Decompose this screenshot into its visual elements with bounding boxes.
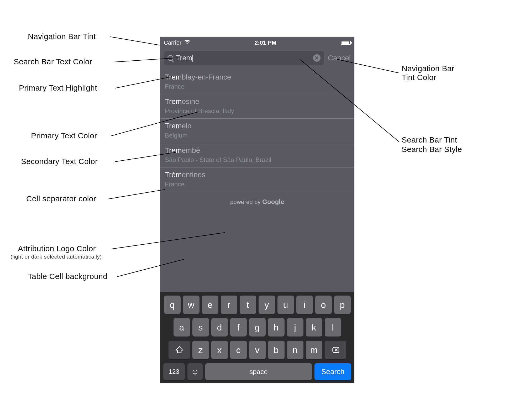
- list-item[interactable]: Tremembé São Paulo - State of São Paulo,…: [160, 143, 354, 167]
- wifi-icon: [184, 39, 190, 46]
- key-o[interactable]: o: [315, 296, 332, 314]
- primary-highlight: Trem: [165, 122, 182, 130]
- key-row: a s d f g h j k l: [162, 318, 352, 337]
- navigation-bar: Trem ✕ Cancel: [160, 49, 354, 70]
- primary-highlight: Trem: [165, 146, 182, 154]
- key-i[interactable]: i: [296, 296, 313, 314]
- list-item[interactable]: Tremosine Province of Brescia, Italy: [160, 94, 354, 119]
- list-item[interactable]: Tremelo Belgium: [160, 119, 354, 143]
- label-attribution-logo-color: Attribution Logo Color: [18, 244, 96, 253]
- shift-key[interactable]: [169, 341, 190, 359]
- label-nav-bar-tint: Navigation Bar Tint: [28, 32, 96, 41]
- list-item[interactable]: Trémentines France: [160, 167, 354, 192]
- label-search-bar-tint: Search Bar Tint: [402, 135, 457, 144]
- key-e[interactable]: e: [202, 296, 218, 314]
- key-k[interactable]: k: [306, 318, 322, 337]
- primary-text: osine: [182, 97, 199, 106]
- key-g[interactable]: g: [249, 318, 266, 337]
- key-f[interactable]: f: [230, 318, 247, 337]
- key-a[interactable]: a: [174, 318, 190, 337]
- attribution-prefix: powered by: [230, 199, 262, 205]
- key-l[interactable]: l: [325, 318, 341, 337]
- label-search-bar-text-color: Search Bar Text Color: [14, 57, 92, 66]
- primary-text: elo: [182, 122, 191, 130]
- key-t[interactable]: t: [240, 296, 256, 314]
- key-w[interactable]: w: [183, 296, 200, 314]
- key-y[interactable]: y: [259, 296, 275, 314]
- label-primary-text-highlight: Primary Text Highlight: [19, 83, 97, 92]
- label-secondary-text-color: Secondary Text Color: [21, 157, 98, 166]
- secondary-text: Belgium: [165, 132, 350, 139]
- secondary-text: São Paulo - State of São Paulo, Brazil: [165, 156, 350, 164]
- cancel-button[interactable]: Cancel: [328, 54, 351, 62]
- primary-text: entines: [182, 171, 205, 179]
- keyboard: q w e r t y u i o p a s d f g h j k l: [160, 292, 354, 383]
- label-search-bar-style: Search Bar Style: [402, 145, 462, 154]
- secondary-text: France: [165, 83, 350, 90]
- key-m[interactable]: m: [306, 341, 322, 359]
- numbers-key[interactable]: 123: [163, 363, 185, 380]
- key-u[interactable]: u: [277, 296, 294, 314]
- diagram-stage: Carrier 2:01 PM Trem ✕ Cancel Tremblay-e…: [0, 0, 525, 420]
- primary-text: embé: [182, 146, 200, 154]
- key-z[interactable]: z: [192, 341, 209, 359]
- secondary-text: Province of Brescia, Italy: [165, 107, 350, 115]
- clear-icon[interactable]: ✕: [313, 54, 321, 62]
- label-primary-text-color: Primary Text Color: [31, 131, 97, 140]
- key-r[interactable]: r: [221, 296, 237, 314]
- clock-label: 2:01 PM: [255, 39, 276, 46]
- label-table-cell-background: Table Cell background: [28, 272, 107, 281]
- list-item[interactable]: Tremblay-en-France France: [160, 70, 354, 94]
- backspace-key[interactable]: [325, 341, 346, 359]
- key-v[interactable]: v: [249, 341, 266, 359]
- key-q[interactable]: q: [164, 296, 181, 314]
- label-nav-bar-tint-color: Navigation Bar Tint Color: [402, 64, 454, 82]
- key-p[interactable]: p: [334, 296, 351, 314]
- svg-line-0: [110, 37, 160, 45]
- key-d[interactable]: d: [211, 318, 228, 337]
- phone-mockup: Carrier 2:01 PM Trem ✕ Cancel Tremblay-e…: [160, 37, 354, 383]
- emoji-key[interactable]: ☺: [187, 363, 203, 380]
- label-cell-separator-color: Cell separator color: [26, 194, 96, 203]
- attribution-logo: powered by Google: [160, 192, 354, 207]
- key-x[interactable]: x: [211, 341, 228, 359]
- key-j[interactable]: j: [287, 318, 303, 337]
- key-row: q w e r t y u i o p: [162, 296, 352, 314]
- primary-highlight: Trém: [165, 171, 182, 179]
- secondary-text: France: [165, 181, 350, 188]
- search-icon: [167, 55, 173, 61]
- battery-icon: [341, 41, 351, 45]
- primary-highlight: Trem: [165, 97, 182, 106]
- key-h[interactable]: h: [268, 318, 285, 337]
- space-key[interactable]: space: [205, 363, 312, 380]
- key-b[interactable]: b: [268, 341, 285, 359]
- status-bar: Carrier 2:01 PM: [160, 37, 354, 49]
- search-input[interactable]: Trem: [176, 54, 193, 62]
- key-c[interactable]: c: [230, 341, 247, 359]
- carrier-label: Carrier: [164, 39, 181, 46]
- key-s[interactable]: s: [192, 318, 209, 337]
- label-attribution-logo-sub: (light or dark selected automatically): [10, 254, 102, 260]
- key-row: z x c v b n m: [162, 341, 352, 359]
- key-row: 123 ☺ space Search: [162, 363, 352, 380]
- primary-highlight: Trem: [165, 73, 182, 81]
- attribution-brand: Google: [262, 198, 284, 205]
- search-bar[interactable]: Trem ✕: [164, 51, 324, 65]
- primary-text: blay-en-France: [182, 73, 231, 81]
- results-list: Tremblay-en-France France Tremosine Prov…: [160, 70, 354, 207]
- search-key[interactable]: Search: [314, 363, 351, 380]
- svg-line-5: [108, 190, 165, 199]
- key-n[interactable]: n: [287, 341, 303, 359]
